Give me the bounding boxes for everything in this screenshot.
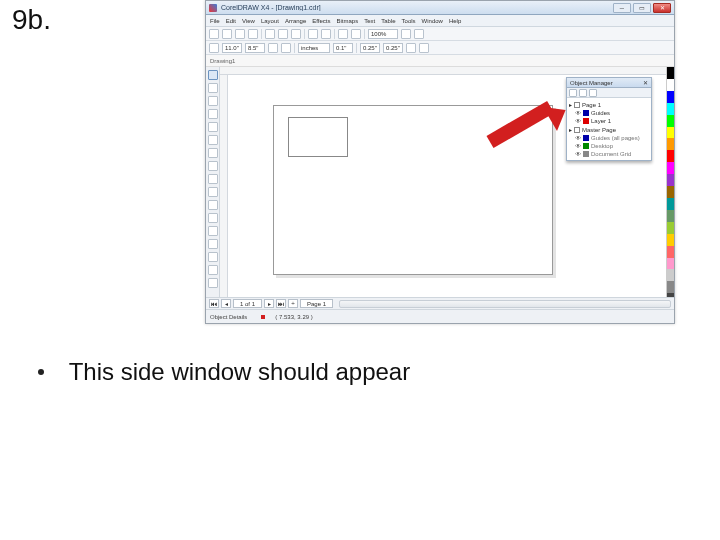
color-swatch[interactable] (667, 115, 674, 127)
color-swatch[interactable] (667, 91, 674, 103)
menu-arrange[interactable]: Arrange (285, 18, 306, 24)
first-page-button[interactable]: ⏮ (209, 299, 219, 308)
menu-help[interactable]: Help (449, 18, 461, 24)
maximize-button[interactable]: ▭ (633, 3, 651, 13)
color-swatch[interactable] (667, 67, 674, 79)
color-swatch[interactable] (667, 103, 674, 115)
minimize-button[interactable]: ─ (613, 3, 631, 13)
page-height-field[interactable]: 8.5" (245, 43, 265, 53)
undo-icon[interactable] (308, 29, 318, 39)
portrait-icon[interactable] (268, 43, 278, 53)
nudge-field[interactable]: 0.1" (333, 43, 353, 53)
import-icon[interactable] (338, 29, 348, 39)
tree-desktop-node[interactable]: 👁 Desktop (569, 142, 649, 150)
color-swatch[interactable] (667, 138, 674, 150)
landscape-icon[interactable] (281, 43, 291, 53)
edit-across-layers-icon[interactable] (579, 89, 587, 97)
page-orientation-icon[interactable] (209, 43, 219, 53)
units-field[interactable]: inches (298, 43, 330, 53)
drawing-canvas[interactable]: Object Manager ✕ ▸ Page 1 (228, 75, 666, 305)
interactive-fill-tool-icon[interactable] (208, 278, 218, 288)
color-swatch[interactable] (667, 127, 674, 139)
menu-edit[interactable]: Edit (226, 18, 236, 24)
tree-layer1-node[interactable]: 👁 Layer 1 (569, 117, 649, 125)
fill-tool-icon[interactable] (208, 265, 218, 275)
menu-effects[interactable]: Effects (312, 18, 330, 24)
color-swatch[interactable] (667, 162, 674, 174)
page-width-field[interactable]: 11.0" (222, 43, 242, 53)
close-button[interactable]: ✕ (653, 3, 671, 13)
smart-fill-tool-icon[interactable] (208, 135, 218, 145)
color-swatch[interactable] (667, 186, 674, 198)
page-tab[interactable]: Page 1 (300, 299, 333, 308)
color-swatch[interactable] (667, 246, 674, 258)
menu-window[interactable]: Window (422, 18, 443, 24)
color-swatch[interactable] (667, 281, 674, 293)
tree-master-guides-node[interactable]: 👁 Guides (all pages) (569, 134, 649, 142)
menu-table[interactable]: Table (381, 18, 395, 24)
shape-tool-icon[interactable] (208, 83, 218, 93)
eye-icon[interactable]: 👁 (575, 143, 581, 149)
polygon-tool-icon[interactable] (208, 174, 218, 184)
freehand-tool-icon[interactable] (208, 122, 218, 132)
open-icon[interactable] (222, 29, 232, 39)
eye-icon[interactable]: 👁 (575, 118, 581, 124)
color-swatch[interactable] (667, 150, 674, 162)
text-tool-icon[interactable] (208, 200, 218, 210)
outline-tool-icon[interactable] (208, 252, 218, 262)
tree-grid-node[interactable]: 👁 Document Grid (569, 150, 649, 158)
basic-shapes-tool-icon[interactable] (208, 187, 218, 197)
prev-page-button[interactable]: ◂ (221, 299, 231, 308)
layer-manager-view-icon[interactable] (589, 89, 597, 97)
eye-icon[interactable]: 👁 (575, 135, 581, 141)
zoom-level-field[interactable]: 100% (368, 29, 398, 39)
next-page-button[interactable]: ▸ (264, 299, 274, 308)
color-swatch[interactable] (667, 174, 674, 186)
menu-view[interactable]: View (242, 18, 255, 24)
options-icon[interactable] (406, 43, 416, 53)
ellipse-tool-icon[interactable] (208, 161, 218, 171)
copy-icon[interactable] (278, 29, 288, 39)
panel-close-icon[interactable]: ✕ (643, 79, 648, 86)
color-swatch[interactable] (667, 234, 674, 246)
menu-text[interactable]: Text (364, 18, 375, 24)
options-icon[interactable] (419, 43, 429, 53)
color-swatch[interactable] (667, 198, 674, 210)
interactive-tool-icon[interactable] (208, 226, 218, 236)
tree-guides-node[interactable]: 👁 Guides (569, 109, 649, 117)
options-icon[interactable] (414, 29, 424, 39)
show-properties-icon[interactable] (569, 89, 577, 97)
crop-tool-icon[interactable] (208, 96, 218, 106)
tree-master-page-node[interactable]: ▸ Master Page (569, 125, 649, 134)
duplicate-x-field[interactable]: 0.25" (360, 43, 380, 53)
save-icon[interactable] (235, 29, 245, 39)
menu-bitmaps[interactable]: Bitmaps (337, 18, 359, 24)
horizontal-scrollbar[interactable] (339, 300, 671, 308)
panel-titlebar[interactable]: Object Manager ✕ (567, 78, 651, 88)
color-swatch[interactable] (667, 258, 674, 270)
last-page-button[interactable]: ⏭ (276, 299, 286, 308)
redo-icon[interactable] (321, 29, 331, 39)
color-swatch[interactable] (667, 210, 674, 222)
color-swatch[interactable] (667, 79, 674, 91)
rectangle-tool-icon[interactable] (208, 148, 218, 158)
new-icon[interactable] (209, 29, 219, 39)
table-tool-icon[interactable] (208, 213, 218, 223)
duplicate-y-field[interactable]: 0.25" (383, 43, 403, 53)
paste-icon[interactable] (291, 29, 301, 39)
rectangle-object[interactable] (288, 117, 348, 157)
tree-page-node[interactable]: ▸ Page 1 (569, 100, 649, 109)
zoom-tool-icon[interactable] (208, 109, 218, 119)
menu-tools[interactable]: Tools (402, 18, 416, 24)
print-icon[interactable] (248, 29, 258, 39)
color-swatch[interactable] (667, 269, 674, 281)
menu-layout[interactable]: Layout (261, 18, 279, 24)
color-swatch[interactable] (667, 222, 674, 234)
snap-icon[interactable] (401, 29, 411, 39)
eye-icon[interactable]: 👁 (575, 151, 581, 157)
menu-file[interactable]: File (210, 18, 220, 24)
eye-icon[interactable]: 👁 (575, 110, 581, 116)
pick-tool-icon[interactable] (208, 70, 218, 80)
eyedropper-tool-icon[interactable] (208, 239, 218, 249)
export-icon[interactable] (351, 29, 361, 39)
